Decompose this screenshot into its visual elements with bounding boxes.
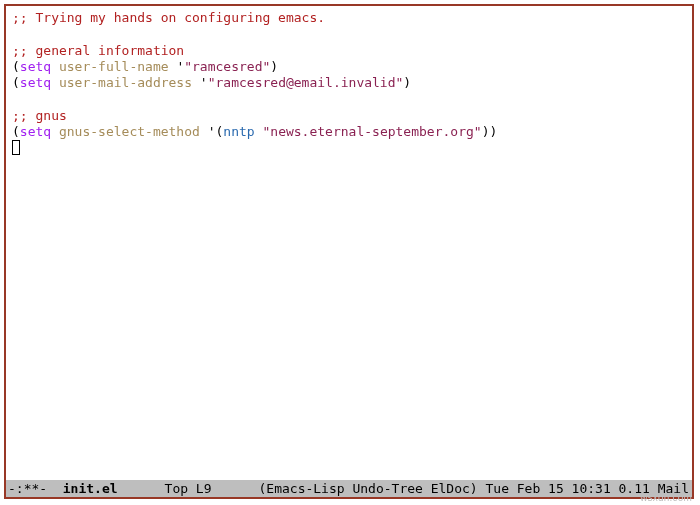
editor-area[interactable]: ;; Trying my hands on configuring emacs.…	[6, 6, 692, 480]
paren: (	[12, 59, 20, 74]
string-literal: "ramcesred"	[184, 59, 270, 74]
cursor	[12, 140, 20, 155]
paren: )	[270, 59, 278, 74]
quote-char: '	[208, 124, 216, 139]
symbol-nntp: nntp	[223, 124, 254, 139]
quote-char: '	[200, 75, 208, 90]
modeline[interactable]: -:**- init.el Top L9 (Emacs-Lisp Undo-Tr…	[6, 480, 692, 497]
string-literal: "news.eternal-september.org"	[262, 124, 481, 139]
keyword-setq: setq	[20, 124, 51, 139]
paren: ))	[482, 124, 498, 139]
keyword-setq: setq	[20, 75, 51, 90]
paren: (	[12, 124, 20, 139]
symbol-user-mail-address: user-mail-address	[59, 75, 192, 90]
modeline-line: L9	[188, 481, 211, 496]
string-literal: "ramcesred@email.invalid"	[208, 75, 404, 90]
comment-line: ;; gnus	[12, 108, 67, 123]
modeline-buffer-name: init.el	[63, 481, 118, 496]
modeline-time: Tue Feb 15 10:31	[485, 481, 610, 496]
watermark: wsxdn.com	[640, 492, 692, 503]
paren: )	[403, 75, 411, 90]
comment-line: ;; general information	[12, 43, 184, 58]
modeline-position: Top	[165, 481, 188, 496]
modeline-modes: (Emacs-Lisp Undo-Tree ElDoc)	[259, 481, 478, 496]
paren: (	[12, 75, 20, 90]
emacs-window: ;; Trying my hands on configuring emacs.…	[4, 4, 694, 499]
comment-line: ;; Trying my hands on configuring emacs.	[12, 10, 325, 25]
keyword-setq: setq	[20, 59, 51, 74]
symbol-gnus-select-method: gnus-select-method	[59, 124, 200, 139]
modeline-status: -:**-	[8, 481, 63, 496]
symbol-user-full-name: user-full-name	[59, 59, 169, 74]
